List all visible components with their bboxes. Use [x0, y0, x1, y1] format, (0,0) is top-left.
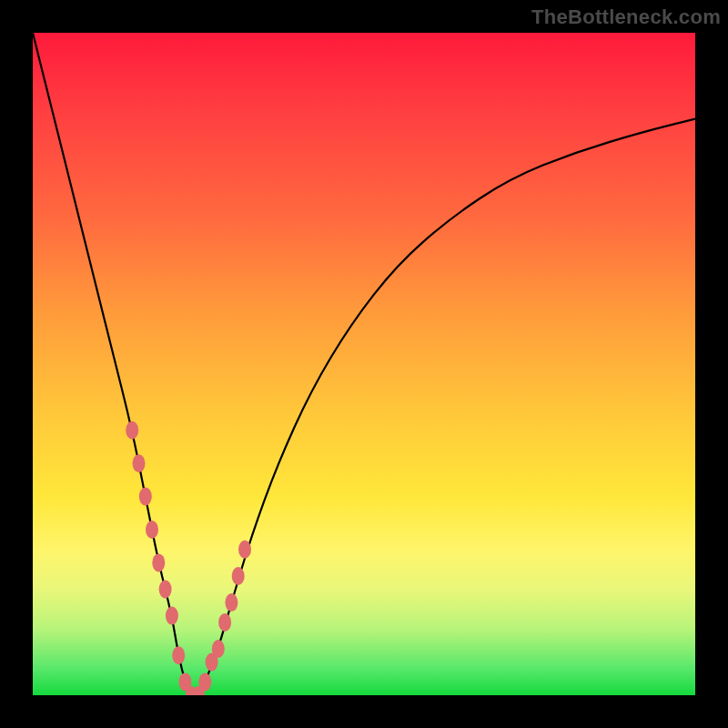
highlight-marker [225, 593, 238, 612]
bottleneck-curve-path [33, 33, 695, 695]
highlight-marker [238, 541, 251, 559]
highlight-marker [218, 613, 231, 632]
highlight-marker [232, 567, 245, 585]
highlight-marker [126, 421, 138, 440]
highlight-marker [166, 607, 178, 625]
highlight-marker [212, 640, 225, 658]
watermark-text: TheBottleneck.com [531, 5, 721, 29]
plot-area [33, 33, 695, 695]
highlight-marker [159, 581, 172, 599]
highlight-marker [139, 488, 152, 506]
chart-container: TheBottleneck.com [0, 0, 728, 728]
highlight-marker [198, 672, 211, 691]
highlight-marker [152, 553, 165, 571]
highlight-marker [133, 454, 146, 472]
highlight-marker [146, 521, 158, 539]
highlighted-points-group [126, 421, 251, 695]
curve-svg [33, 33, 695, 695]
highlight-marker [172, 646, 185, 664]
